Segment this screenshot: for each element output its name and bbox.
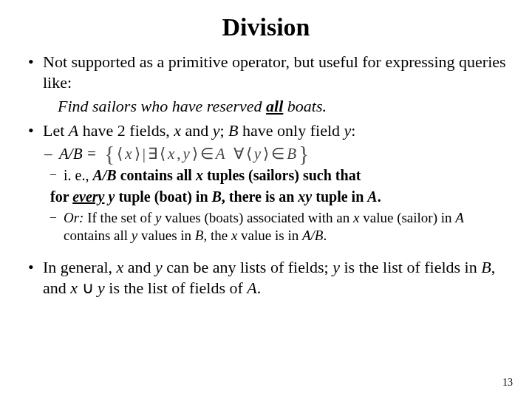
t: Let <box>43 121 69 140</box>
t: : <box>351 121 355 140</box>
sub-1: A/B = { ⟨x⟩ | ∃ ⟨x,y⟩ ∈ A ∀ ⟨y⟩ ∈ B <box>43 144 510 163</box>
t: y <box>98 279 105 297</box>
subsub-2: Or: If the set of y values (boats) assoc… <box>50 209 510 245</box>
bullet-1: Not supported as a primitive operator, b… <box>22 52 510 92</box>
t: for <box>50 188 72 205</box>
in1: ∈ <box>200 144 214 163</box>
t: x <box>117 258 124 276</box>
fA: A <box>216 144 225 163</box>
t: contains all <box>117 167 196 183</box>
t: B <box>212 188 222 205</box>
t: and <box>181 121 213 140</box>
bullet-list-2: Let A have 2 fields, x and y; B have onl… <box>22 120 510 244</box>
t: y <box>155 258 163 276</box>
t: Or: <box>64 210 83 225</box>
exists: ∃ <box>148 144 157 163</box>
t: contains all <box>64 228 132 243</box>
t: have only field <box>239 121 344 140</box>
fx: x <box>125 144 132 163</box>
t: . <box>257 279 262 297</box>
bullet-1-text: Not supported as a primitive operator, b… <box>43 52 506 92</box>
t: values in <box>137 228 195 243</box>
fx2: x <box>168 144 174 163</box>
t: is the list of fields in <box>340 258 481 276</box>
slide-title: Division <box>22 13 510 41</box>
subsub-list-2: Or: If the set of y values (boats) assoc… <box>43 209 510 245</box>
t: xy <box>298 188 312 205</box>
bullet-3: In general, x and y can be any lists of … <box>22 257 510 298</box>
t: y <box>332 258 340 276</box>
t: can be any lists of fields; <box>163 258 332 276</box>
t: i. e., <box>64 167 92 183</box>
in2: ∈ <box>271 144 284 163</box>
t: have 2 fields, <box>78 121 174 140</box>
t: is the list of fields of <box>105 279 247 297</box>
t: A <box>69 121 78 140</box>
t: and <box>123 258 155 276</box>
t: A/B <box>302 228 324 243</box>
t: every <box>72 188 104 205</box>
t: A/B <box>92 167 116 183</box>
brace-left: { <box>104 145 115 163</box>
sub-list: A/B = { ⟨x⟩ | ∃ ⟨x,y⟩ ∈ A ∀ ⟨y⟩ ∈ B <box>43 144 510 163</box>
t: x <box>174 121 181 140</box>
t: y <box>132 228 137 243</box>
t: ; <box>219 121 228 140</box>
t: B <box>228 121 238 140</box>
fy: y <box>183 144 189 163</box>
angle-r2: ⟩ <box>192 144 198 163</box>
union-symbol: ∪ <box>78 279 98 297</box>
subsub-list: i. e., A/B contains all x tuples (sailor… <box>43 166 510 185</box>
fy2: y <box>254 144 261 163</box>
bullet-list: Not supported as a primitive operator, b… <box>22 52 510 92</box>
t: x <box>70 279 78 297</box>
t: , there is an <box>222 188 299 205</box>
t: A <box>367 188 377 205</box>
t: B <box>195 228 204 243</box>
division-formula: { ⟨x⟩ | ∃ ⟨x,y⟩ ∈ A ∀ ⟨y⟩ ∈ B } <box>104 144 310 163</box>
t: B <box>481 258 491 276</box>
bullet-list-3: In general, x and y can be any lists of … <box>22 257 510 298</box>
page-number: 13 <box>502 377 513 389</box>
t: tuple in <box>312 188 367 205</box>
angle-l2: ⟨ <box>160 144 166 163</box>
t: x <box>196 167 203 183</box>
subsub-1: i. e., A/B contains all x tuples (sailor… <box>50 166 510 185</box>
t: tuple (boat) in <box>115 188 211 205</box>
t: In general, <box>43 258 117 276</box>
t: . <box>323 228 327 243</box>
t: values (boats) associated with an <box>161 210 353 225</box>
example-post: boats. <box>283 97 327 115</box>
t: , the <box>203 228 231 243</box>
comma: , <box>177 144 180 163</box>
t: value is in <box>237 228 302 243</box>
t: y <box>344 121 352 140</box>
subsub-1-line2: for every y tuple (boat) in B, there is … <box>43 188 510 206</box>
t: value (sailor) in <box>359 210 455 225</box>
angle-l3: ⟨ <box>246 144 252 163</box>
example-pre: Find sailors who have reserved <box>58 97 266 115</box>
ab-equals: A/B = <box>59 144 97 163</box>
t: A <box>247 279 256 297</box>
t: tuples (sailors) such that <box>203 167 361 183</box>
bullet-2: Let A have 2 fields, x and y; B have onl… <box>22 120 510 244</box>
angle-r3: ⟩ <box>263 144 269 163</box>
t: If the set of <box>83 210 155 225</box>
example-line: Find sailors who have reserved all boats… <box>22 97 510 116</box>
t: . <box>378 188 381 205</box>
angle-r: ⟩ <box>134 144 140 163</box>
fB: B <box>287 144 296 163</box>
bar: | <box>143 144 146 163</box>
example-all: all <box>266 97 283 115</box>
forall: ∀ <box>233 144 244 163</box>
brace-right: } <box>299 145 309 163</box>
t: A <box>455 210 464 225</box>
angle-l: ⟨ <box>117 144 123 163</box>
